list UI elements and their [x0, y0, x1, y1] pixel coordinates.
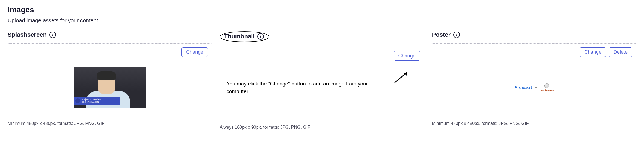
change-button[interactable]: Change	[394, 51, 420, 61]
annotation-oval: Thumbnail i	[220, 31, 269, 42]
section-title: Images	[8, 5, 636, 14]
splashscreen-card: Splashscreen i Change Alejandro Mariles …	[8, 31, 212, 130]
delete-button[interactable]: Delete	[609, 47, 632, 57]
image-cards-row: Splashscreen i Change Alejandro Mariles …	[8, 31, 636, 130]
poster-header: Poster i	[432, 31, 636, 38]
splashscreen-caption: Minimum 480px x 480px, formats: JPG, PNG…	[8, 121, 212, 126]
preview-subtitle: CEO MAS IMAGEN	[82, 101, 101, 103]
logo-mas-imagen: mas imagen	[540, 83, 554, 91]
plus-icon: +	[535, 85, 537, 90]
thumbnail-header: Thumbnail i	[220, 31, 424, 42]
section-description: Upload image assets for your content.	[8, 17, 636, 24]
splashscreen-header: Splashscreen i	[8, 31, 212, 38]
info-icon[interactable]: i	[453, 32, 460, 38]
poster-caption: Minimum 480px x 480px, formats: JPG, PNG…	[432, 121, 636, 126]
info-icon[interactable]: i	[49, 32, 56, 38]
info-icon[interactable]: i	[257, 33, 264, 40]
splashscreen-dropzone[interactable]: Change Alejandro Mariles CEO MAS IMAGEN	[8, 43, 212, 118]
poster-label: Poster	[432, 31, 451, 38]
poster-dropzone[interactable]: Change Delete dacast + mas imagen	[432, 43, 636, 118]
poster-card: Poster i Change Delete dacast + mas imag…	[432, 31, 636, 130]
logo-dacast: dacast	[514, 85, 532, 90]
thumbnail-helper-text: You may click the "Change" button to add…	[226, 80, 377, 95]
poster-preview-image: dacast + mas imagen	[508, 82, 560, 92]
change-button[interactable]: Change	[580, 47, 606, 57]
annotation-arrow-icon	[393, 70, 411, 84]
preview-name: Alejandro Mariles	[82, 98, 101, 101]
thumbnail-caption: Always 160px x 90px, formats: JPG, PNG, …	[220, 125, 424, 130]
thumbnail-dropzone[interactable]: Change You may click the "Change" button…	[220, 47, 424, 122]
splashscreen-preview-image: Alejandro Mariles CEO MAS IMAGEN	[74, 67, 146, 108]
thumbnail-card: Thumbnail i Change You may click the "Ch…	[220, 31, 424, 130]
change-button[interactable]: Change	[181, 47, 208, 57]
thumbnail-label: Thumbnail	[224, 33, 254, 40]
splashscreen-label: Splashscreen	[8, 31, 47, 38]
